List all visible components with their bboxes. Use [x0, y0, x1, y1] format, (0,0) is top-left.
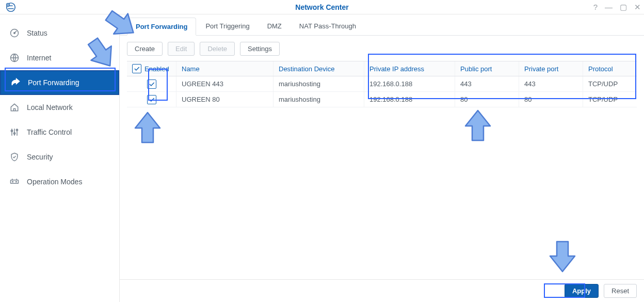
toolbar: Create Edit Delete Settings [120, 36, 644, 61]
cell-proto: TCP/UDP [583, 92, 637, 107]
tab-port-triggering[interactable]: Port Triggering [197, 18, 257, 35]
svg-point-4 [14, 33, 15, 34]
th-ip[interactable]: Private IP address [364, 61, 455, 76]
th-priv[interactable]: Private port [519, 61, 583, 76]
tab-port-forwarding[interactable]: Port Forwarding [127, 18, 196, 36]
speedometer-icon [9, 28, 20, 38]
sidebar-item-operation-modes[interactable]: Operation Modes [0, 169, 119, 194]
table-row[interactable]: UGREEN 443 mariushosting 192.168.0.188 4… [127, 76, 637, 92]
sidebar: Status Internet Port Forwarding Local Ne… [0, 14, 120, 302]
sidebar-item-label: Local Network [27, 103, 73, 112]
th-name[interactable]: Name [176, 61, 273, 76]
sidebar-item-label: Traffic Control [27, 128, 72, 136]
sidebar-item-label: Port Forwarding [28, 78, 79, 87]
tab-dmz[interactable]: DMZ [259, 18, 290, 35]
shield-icon [9, 152, 20, 162]
cell-ip: 192.168.0.188 [364, 76, 455, 91]
sidebar-item-label: Operation Modes [27, 178, 82, 186]
settings-button[interactable]: Settings [240, 42, 280, 56]
sidebar-item-label: Internet [27, 54, 51, 62]
create-button[interactable]: Create [127, 42, 163, 56]
tabs: Port Forwarding Port Triggering DMZ NAT … [120, 18, 644, 36]
maximize-icon[interactable]: ▢ [620, 3, 627, 11]
row-checkbox[interactable] [147, 80, 156, 89]
cell-dest: mariushosting [273, 76, 364, 91]
sidebar-item-status[interactable]: Status [0, 21, 119, 45]
select-all-checkbox[interactable] [132, 64, 141, 73]
row-checkbox[interactable] [147, 95, 156, 104]
modes-icon [9, 177, 20, 187]
sidebar-item-internet[interactable]: Internet [0, 45, 119, 70]
app-icon [5, 2, 17, 13]
sidebar-item-port-forwarding[interactable]: Port Forwarding [0, 70, 119, 95]
cell-dest: mariushosting [273, 92, 364, 107]
th-enabled[interactable]: Enabled [127, 61, 176, 76]
cell-ip: 192.168.0.188 [364, 92, 455, 107]
sidebar-item-label: Status [27, 29, 47, 37]
reset-button[interactable]: Reset [604, 284, 637, 298]
th-proto[interactable]: Protocol [583, 61, 637, 76]
globe-icon [9, 53, 20, 63]
sidebar-item-local-network[interactable]: Local Network [0, 95, 119, 120]
cell-priv: 443 [519, 76, 583, 91]
footer: Apply Reset [120, 279, 644, 302]
apply-button[interactable]: Apply [565, 284, 599, 298]
edit-button[interactable]: Edit [168, 42, 195, 56]
th-dest[interactable]: Destination Device [273, 61, 364, 76]
svg-point-10 [12, 181, 13, 182]
titlebar: Network Center ? — ▢ ✕ [0, 0, 644, 14]
svg-point-11 [16, 181, 17, 182]
sidebar-item-label: Security [27, 153, 53, 161]
table-header: Enabled Name Destination Device Private … [127, 61, 637, 76]
sliders-icon [9, 127, 20, 137]
cell-pub: 443 [455, 76, 519, 91]
window-title: Network Center [0, 3, 644, 11]
close-icon[interactable]: ✕ [634, 3, 641, 11]
forward-icon [10, 77, 21, 88]
cell-name: UGREEN 443 [176, 76, 273, 91]
tab-nat-pass-through[interactable]: NAT Pass-Through [291, 18, 364, 35]
help-icon[interactable]: ? [593, 3, 598, 11]
home-network-icon [9, 102, 20, 113]
svg-point-2 [7, 4, 9, 6]
cell-priv: 80 [519, 92, 583, 107]
cell-name: UGREEN 80 [176, 92, 273, 107]
cell-proto: TCP/UDP [583, 76, 637, 91]
svg-rect-9 [11, 180, 19, 184]
minimize-icon[interactable]: — [605, 3, 613, 11]
table-row[interactable]: UGREEN 80 mariushosting 192.168.0.188 80… [127, 92, 637, 107]
rules-table: Enabled Name Destination Device Private … [127, 61, 637, 107]
sidebar-item-security[interactable]: Security [0, 145, 119, 169]
delete-button[interactable]: Delete [200, 42, 235, 56]
cell-pub: 80 [455, 92, 519, 107]
th-pub[interactable]: Public port [455, 61, 519, 76]
main-panel: Port Forwarding Port Triggering DMZ NAT … [120, 14, 644, 302]
sidebar-item-traffic-control[interactable]: Traffic Control [0, 120, 119, 145]
